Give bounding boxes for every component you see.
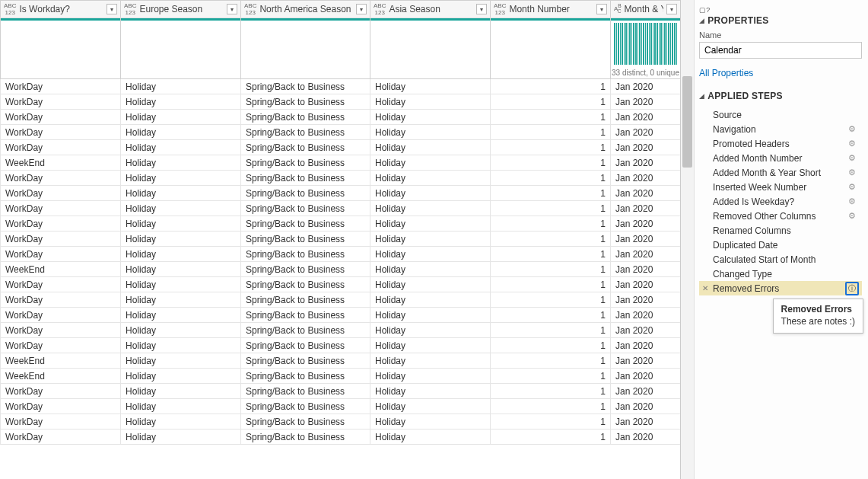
applied-step[interactable]: Added Month Number⚙	[699, 151, 862, 165]
cell[interactable]: Holiday	[370, 277, 491, 292]
cell[interactable]: WeekEnd	[1, 155, 121, 171]
cell[interactable]: Holiday	[121, 247, 241, 262]
cell[interactable]: Holiday	[121, 414, 241, 430]
cell[interactable]: Jan 2020	[611, 140, 681, 155]
cell[interactable]: Holiday	[121, 292, 241, 308]
cell[interactable]: 1	[491, 277, 611, 292]
cell[interactable]: Holiday	[370, 155, 491, 171]
cell[interactable]: Jan 2020	[611, 414, 681, 430]
cell[interactable]: Holiday	[370, 94, 491, 110]
cell[interactable]: Holiday	[370, 262, 491, 277]
cell[interactable]: Holiday	[370, 430, 491, 445]
cell[interactable]: WorkDay	[1, 430, 121, 445]
gear-icon[interactable]: ⚙	[848, 153, 859, 163]
cell[interactable]: Holiday	[121, 110, 241, 125]
cell[interactable]: Jan 2020	[611, 171, 681, 186]
applied-step[interactable]: Changed Type	[699, 267, 862, 281]
cell[interactable]: Jan 2020	[611, 186, 681, 201]
cell[interactable]: Jan 2020	[611, 369, 681, 384]
cell[interactable]: Holiday	[370, 79, 491, 94]
cell[interactable]: WorkDay	[1, 125, 121, 140]
applied-step[interactable]: Added Month & Year Short⚙	[699, 165, 862, 180]
cell[interactable]: Holiday	[121, 232, 241, 247]
cell[interactable]: Spring/Back to Business	[241, 216, 370, 232]
cell[interactable]: Holiday	[121, 79, 241, 94]
properties-section-header[interactable]: ◢ PROPERTIES	[699, 15, 862, 26]
cell[interactable]: WorkDay	[1, 110, 121, 125]
datatype-icon[interactable]: ABC123	[244, 2, 256, 16]
column-filter-button[interactable]: ▾	[596, 4, 607, 14]
datatype-icon[interactable]: ABC123	[4, 2, 16, 16]
cell[interactable]: Holiday	[121, 277, 241, 292]
cell[interactable]: Holiday	[370, 140, 491, 155]
table-row[interactable]: WorkDayHolidaySpring/Back to BusinessHol…	[1, 79, 681, 94]
cell[interactable]: Spring/Back to Business	[241, 155, 370, 171]
cell[interactable]: Holiday	[121, 262, 241, 277]
cell[interactable]: Holiday	[370, 171, 491, 186]
cell[interactable]: Spring/Back to Business	[241, 308, 370, 323]
datatype-icon[interactable]: ABC	[614, 5, 622, 14]
table-row[interactable]: WorkDayHolidaySpring/Back to BusinessHol…	[1, 308, 681, 323]
cell[interactable]: WorkDay	[1, 384, 121, 399]
table-row[interactable]: WorkDayHolidaySpring/Back to BusinessHol…	[1, 125, 681, 140]
cell[interactable]: Spring/Back to Business	[241, 262, 370, 277]
column-filter-button[interactable]: ▾	[356, 4, 367, 14]
table-row[interactable]: WorkDayHolidaySpring/Back to BusinessHol…	[1, 140, 681, 155]
cell[interactable]: 1	[491, 201, 611, 216]
table-row[interactable]: WorkDayHolidaySpring/Back to BusinessHol…	[1, 323, 681, 338]
cell[interactable]: 1	[491, 94, 611, 110]
cell[interactable]: 1	[491, 171, 611, 186]
cell[interactable]: Jan 2020	[611, 79, 681, 94]
cell[interactable]: Spring/Back to Business	[241, 353, 370, 369]
vertical-scrollbar[interactable]	[681, 0, 695, 479]
cell[interactable]: 1	[491, 79, 611, 94]
cell[interactable]: Holiday	[370, 384, 491, 399]
column-profile[interactable]	[370, 18, 491, 79]
column-header[interactable]: ABCMonth & Year▾	[611, 1, 681, 18]
cell[interactable]: Holiday	[370, 201, 491, 216]
cell[interactable]: Holiday	[121, 94, 241, 110]
cell[interactable]: 1	[491, 430, 611, 445]
cell[interactable]: WeekEnd	[1, 353, 121, 369]
cell[interactable]: 1	[491, 232, 611, 247]
table-row[interactable]: WorkDayHolidaySpring/Back to BusinessHol…	[1, 338, 681, 353]
cell[interactable]: WeekEnd	[1, 369, 121, 384]
applied-step[interactable]: Duplicated Date	[699, 238, 862, 252]
cell[interactable]: Jan 2020	[611, 353, 681, 369]
cell[interactable]: WorkDay	[1, 414, 121, 430]
applied-step[interactable]: Added Is Weekday?⚙	[699, 194, 862, 209]
cell[interactable]: Spring/Back to Business	[241, 430, 370, 445]
cell[interactable]: Jan 2020	[611, 430, 681, 445]
applied-step[interactable]: Source	[699, 107, 862, 122]
column-header[interactable]: ABC123North America Season▾	[241, 1, 370, 18]
applied-steps-section-header[interactable]: ◢ APPLIED STEPS	[699, 91, 862, 101]
table-row[interactable]: WorkDayHolidaySpring/Back to BusinessHol…	[1, 94, 681, 110]
cell[interactable]: Jan 2020	[611, 384, 681, 399]
cell[interactable]: WorkDay	[1, 232, 121, 247]
applied-step[interactable]: Navigation⚙	[699, 122, 862, 136]
cell[interactable]: WeekEnd	[1, 262, 121, 277]
cell[interactable]: Jan 2020	[611, 94, 681, 110]
column-filter-button[interactable]: ▾	[476, 4, 487, 14]
cell[interactable]: Jan 2020	[611, 110, 681, 125]
cell[interactable]: Spring/Back to Business	[241, 247, 370, 262]
cell[interactable]: WorkDay	[1, 308, 121, 323]
table-row[interactable]: WorkDayHolidaySpring/Back to BusinessHol…	[1, 399, 681, 414]
cell[interactable]: Holiday	[121, 384, 241, 399]
cell[interactable]: Holiday	[121, 369, 241, 384]
table-row[interactable]: WeekEndHolidaySpring/Back to BusinessHol…	[1, 155, 681, 171]
cell[interactable]: WorkDay	[1, 399, 121, 414]
cell[interactable]: Spring/Back to Business	[241, 277, 370, 292]
column-header[interactable]: ABC123Asia Season▾	[370, 1, 491, 18]
cell[interactable]: 1	[491, 369, 611, 384]
cell[interactable]: 1	[491, 155, 611, 171]
cell[interactable]: Holiday	[370, 353, 491, 369]
info-icon[interactable]: ⓘ	[845, 282, 859, 295]
cell[interactable]: Holiday	[121, 201, 241, 216]
table-row[interactable]: WorkDayHolidaySpring/Back to BusinessHol…	[1, 216, 681, 232]
table-row[interactable]: WorkDayHolidaySpring/Back to BusinessHol…	[1, 171, 681, 186]
cell[interactable]: WorkDay	[1, 292, 121, 308]
table-row[interactable]: WeekEndHolidaySpring/Back to BusinessHol…	[1, 369, 681, 384]
cell[interactable]: WorkDay	[1, 79, 121, 94]
applied-step[interactable]: Calculated Start of Month	[699, 252, 862, 267]
